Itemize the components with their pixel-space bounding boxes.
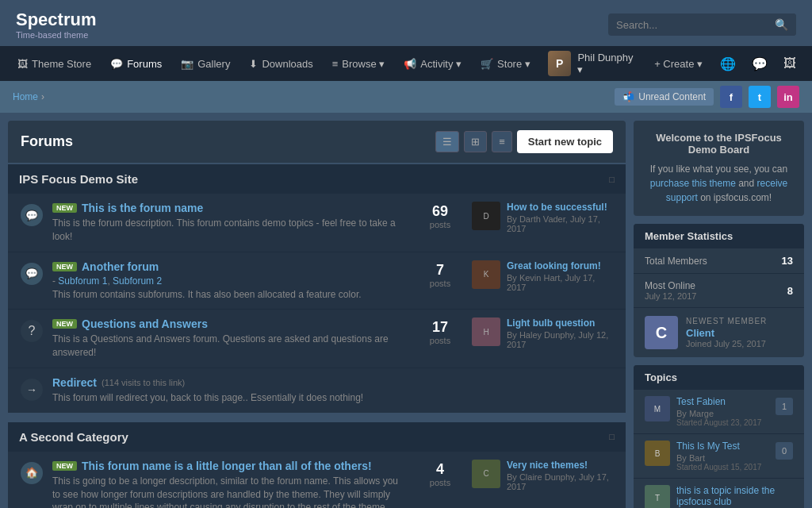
forum-name-link[interactable]: Redirect [52, 376, 97, 389]
search-bar: 🔍 [608, 13, 796, 36]
last-post-info: How to be successful! By Darth Vader, Ju… [507, 202, 615, 233]
sidebar: Welcome to the IPSFocus Demo Board If yo… [634, 121, 804, 508]
nav-create[interactable]: + Create ▾ [645, 50, 712, 78]
subforum1-link[interactable]: Subforum 1 [58, 275, 107, 287]
nav-item-activity[interactable]: 📢 Activity ▾ [394, 50, 471, 78]
last-post-title[interactable]: Great looking forum! [507, 260, 615, 271]
unread-icon: 📬 [622, 91, 634, 102]
last-post-title[interactable]: Light bulb question [507, 318, 615, 329]
topic-by: By Marge [676, 409, 769, 418]
topic-title-link[interactable]: this is a topic inside the ipsfocus club [676, 485, 793, 507]
forum-name-link[interactable]: Questions and Answers [82, 318, 208, 330]
list-view-btn[interactable]: ☰ [435, 131, 459, 152]
new-badge: NEW [52, 262, 77, 271]
nav-item-store[interactable]: 🛒 Store ▾ [471, 50, 540, 78]
topic-reply-count: 0 [776, 442, 793, 460]
globe-icon-btn[interactable]: 🌐 [712, 50, 744, 78]
last-post-avatar: K [472, 260, 500, 289]
forum-stats: 17 posts [416, 318, 464, 345]
compact-view-btn[interactable]: ≡ [492, 131, 512, 152]
welcome-widget: Welcome to the IPSFocus Demo Board If yo… [634, 121, 804, 216]
forum-name-link[interactable]: This is the forum name [82, 202, 203, 214]
store-icon: 🛒 [481, 58, 493, 70]
member-stats-widget: Member Statistics Total Members 13 Most … [634, 224, 804, 357]
category-collapse-icon[interactable]: □ [609, 432, 615, 441]
forum-row: → Redirect (114 visits to this link) Thi… [8, 368, 626, 413]
topic-date: Started August 15, 2017 [676, 463, 769, 471]
nav-item-forums[interactable]: 💬 Forums [101, 50, 171, 78]
welcome-body: If you like what you see, you can purcha… [645, 162, 793, 205]
nav-item-browse[interactable]: ≡ Browse ▾ [323, 50, 395, 78]
last-post-avatar: D [472, 202, 500, 230]
forum-last-post: D How to be successful! By Darth Vader, … [472, 202, 615, 233]
posts-label: posts [416, 279, 464, 288]
forum-icon-area: ? [19, 318, 44, 342]
forum-name-link[interactable]: Another forum [82, 260, 159, 273]
start-new-topic-btn[interactable]: Start new topic [517, 130, 613, 153]
post-count: 17 [416, 319, 464, 336]
search-button[interactable]: 🔍 [767, 13, 796, 36]
forum-stats: 7 posts [416, 260, 464, 288]
unread-content-btn[interactable]: 📬 Unread Content [615, 88, 714, 106]
category-second: A Second Category □ 🏠 NEW This forum nam… [8, 422, 626, 508]
forum-last-post: C Very nice themes! By Claire Dunphy, Ju… [472, 460, 615, 491]
last-post-info: Light bulb question By Haley Dunphy, Jul… [507, 318, 615, 349]
stats-title: Member Statistics [634, 224, 804, 248]
forum-name-link[interactable]: This forum name is a little longer than … [82, 460, 372, 472]
forum-question-icon: ? [21, 320, 43, 342]
post-count: 69 [416, 203, 464, 220]
nav-item-gallery[interactable]: 📷 Gallery [171, 50, 239, 78]
twitter-btn[interactable]: t [749, 86, 771, 108]
topic-title-link[interactable]: Test Fabien [676, 396, 769, 407]
post-count: 7 [416, 262, 464, 279]
most-online-label: Most Online [645, 280, 696, 291]
forum-stats: 69 posts [416, 202, 464, 229]
category-collapse-icon[interactable]: □ [609, 175, 615, 184]
topic-item: B This Is My Test By Bart Started August… [634, 434, 804, 479]
topic-avatar: T [645, 485, 670, 508]
newest-member-joined: Joined July 25, 2017 [686, 339, 767, 348]
site-logo: Spectrum [16, 10, 96, 30]
posts-label: posts [416, 220, 464, 229]
facebook-btn[interactable]: f [720, 86, 742, 108]
image-icon-btn[interactable]: 🖼 [776, 50, 804, 77]
breadcrumb-separator: › [41, 91, 44, 102]
posts-label: posts [416, 336, 464, 345]
last-post-avatar: H [472, 318, 500, 346]
newest-member-name[interactable]: Client [686, 327, 767, 339]
chat-icon-btn[interactable]: 💬 [744, 50, 776, 78]
forum-chat-icon: 💬 [21, 263, 43, 285]
forum-name-row: NEW Questions and Answers [52, 318, 408, 330]
nav-item-downloads[interactable]: ⬇ Downloads [239, 50, 322, 78]
forum-row: 💬 NEW This is the forum name This is the… [8, 194, 626, 252]
forum-chat-icon: 🏠 [21, 462, 43, 484]
forum-last-post: K Great looking forum! By Kevin Hart, Ju… [472, 260, 615, 292]
newest-member-info: NEWEST MEMBER Client Joined July 25, 201… [686, 317, 767, 348]
posts-label: posts [416, 478, 464, 487]
forum-icon-area: 🏠 [19, 460, 44, 484]
forum-name-row: NEW Another forum [52, 260, 408, 273]
subforum2-link[interactable]: Subforum 2 [113, 275, 162, 287]
forums-main: Forums ☰ ⊞ ≡ Start new topic IPS Focus D… [8, 121, 626, 508]
category-title: IPS Focus Demo Site [19, 172, 138, 186]
instagram-btn[interactable]: in [777, 86, 799, 108]
search-input[interactable] [608, 14, 767, 36]
home-link[interactable]: Home [13, 91, 38, 102]
user-menu[interactable]: P Phil Dunphy ▾ [540, 46, 645, 81]
most-online-label-group: Most Online July 12, 2017 [645, 280, 696, 301]
topic-title-link[interactable]: This Is My Test [676, 441, 769, 452]
new-badge: NEW [52, 461, 77, 471]
forum-icon-area: → [19, 376, 44, 401]
last-post-by: By Claire Dunphy, July 17, 2017 [507, 472, 615, 491]
grid-view-btn[interactable]: ⊞ [464, 131, 487, 152]
view-controls: ☰ ⊞ ≡ Start new topic [435, 130, 613, 153]
nav-item-theme-store[interactable]: 🖼 Theme Store [8, 50, 101, 78]
forum-row: 🏠 NEW This forum name is a little longer… [8, 452, 626, 508]
last-post-title[interactable]: Very nice themes! [507, 460, 615, 471]
forum-last-post: H Light bulb question By Haley Dunphy, J… [472, 318, 615, 349]
last-post-title[interactable]: How to be successful! [507, 202, 615, 213]
forum-description: This forum will redirect you, back to th… [52, 391, 615, 405]
header: Spectrum Time-based theme 🔍 [0, 0, 812, 46]
subforum-row: - Subforum 1, Subforum 2 [52, 275, 408, 287]
purchase-link[interactable]: purchase this theme [650, 178, 736, 189]
